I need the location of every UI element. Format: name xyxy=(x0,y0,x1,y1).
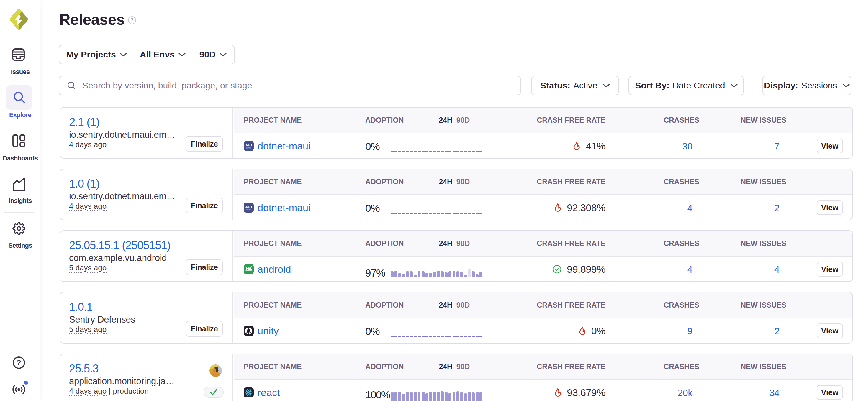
svg-text:MAUI: MAUI xyxy=(246,147,251,149)
svg-text:.NET: .NET xyxy=(245,143,252,147)
svg-text:MAUI: MAUI xyxy=(246,208,251,210)
svg-text:.NET: .NET xyxy=(245,205,252,208)
svg-text:?: ? xyxy=(17,358,21,367)
